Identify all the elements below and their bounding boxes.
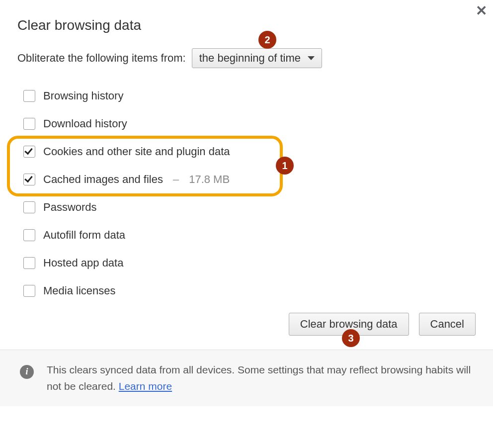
close-icon[interactable]: ✕ [476,2,487,19]
checkbox[interactable] [23,174,35,185]
checkbox[interactable] [23,118,35,130]
list-item: Cookies and other site and plugin data [23,138,476,166]
footer-text: This clears synced data from all devices… [47,362,473,394]
chevron-down-icon [308,56,315,60]
item-label: Download history [43,117,127,130]
clear-browsing-data-dialog: ✕ Clear browsing data Obliterate the fol… [0,0,493,350]
footer-note: i This clears synced data from all devic… [0,350,493,406]
item-label: Passwords [43,201,97,214]
list-item: Download history [23,110,476,138]
item-size: 17.8 MB [189,173,230,186]
clear-browsing-data-button[interactable]: Clear browsing data [289,313,409,336]
checkbox[interactable] [23,285,35,297]
time-range-label: Obliterate the following items from: [17,52,186,65]
cancel-button[interactable]: Cancel [419,313,476,336]
dialog-buttons: Clear browsing data Cancel [17,305,476,350]
footer-message: This clears synced data from all devices… [47,364,471,392]
list-item: Cached images and files–17.8 MB [23,166,476,193]
item-label: Cookies and other site and plugin data [43,145,230,158]
time-range-row: Obliterate the following items from: the… [17,48,476,68]
list-item: Media licenses [23,277,476,305]
item-label: Browsing history [43,90,123,102]
list-item: Hosted app data [23,249,476,277]
size-separator: – [173,173,179,186]
checkbox[interactable] [23,229,35,241]
item-label: Hosted app data [43,257,123,269]
item-label: Autofill form data [43,229,125,242]
dialog-title: Clear browsing data [17,17,476,33]
learn-more-link[interactable]: Learn more [119,380,172,392]
time-range-select[interactable]: the beginning of time [192,48,322,68]
info-icon: i [20,365,34,379]
item-label: Media licenses [43,284,116,297]
checkbox[interactable] [23,90,35,102]
checkbox[interactable] [23,257,35,269]
checkbox[interactable] [23,201,35,213]
item-label: Cached images and files [43,173,163,186]
time-range-value: the beginning of time [199,52,301,65]
list-item: Autofill form data [23,221,476,249]
data-types-list: Browsing historyDownload historyCookies … [23,82,476,305]
list-item: Browsing history [23,82,476,110]
list-item: Passwords [23,193,476,221]
checkbox[interactable] [23,146,35,158]
